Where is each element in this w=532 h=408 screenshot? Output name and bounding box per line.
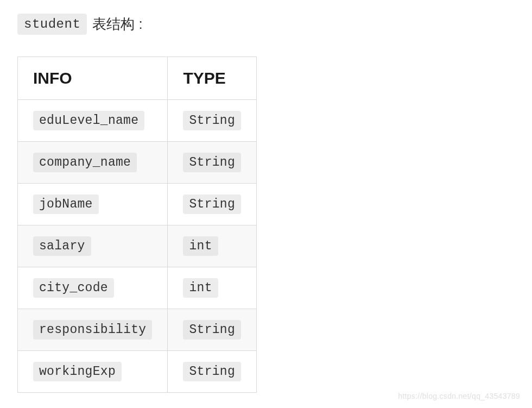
watermark: https://blog.csdn.net/qq_43543789	[398, 392, 520, 400]
cell-code: int	[183, 278, 218, 298]
cell-code: String	[183, 153, 241, 172]
title-code-tag: student	[17, 14, 87, 35]
table-row: city_code int	[18, 267, 257, 309]
cell-type: String	[168, 142, 257, 184]
cell-type: String	[168, 100, 257, 142]
cell-code: salary	[33, 236, 91, 256]
cell-code: jobName	[33, 194, 99, 214]
cell-code: city_code	[33, 278, 114, 298]
cell-code: company_name	[33, 153, 137, 172]
table-row: workingExp String	[18, 351, 257, 393]
table-row: company_name String	[18, 142, 257, 184]
cell-info: responsibility	[18, 309, 168, 351]
cell-code: String	[183, 194, 241, 214]
cell-info: company_name	[18, 142, 168, 184]
schema-table: INFO TYPE eduLevel_name String company_n…	[17, 57, 257, 393]
cell-code: int	[183, 236, 218, 256]
table-row: jobName String	[18, 184, 257, 225]
cell-type: String	[168, 184, 257, 225]
cell-code: String	[183, 320, 241, 340]
cell-info: salary	[18, 225, 168, 267]
cell-type: String	[168, 309, 257, 351]
table-row: responsibility String	[18, 309, 257, 351]
table-header-row: INFO TYPE	[18, 57, 257, 100]
cell-type: int	[168, 225, 257, 267]
cell-info: workingExp	[18, 351, 168, 393]
header-type: TYPE	[168, 57, 257, 100]
table-row: salary int	[18, 225, 257, 267]
table-row: eduLevel_name String	[18, 100, 257, 142]
cell-code: String	[183, 362, 241, 381]
cell-info: jobName	[18, 184, 168, 225]
cell-code: String	[183, 111, 241, 130]
cell-code: eduLevel_name	[33, 111, 144, 130]
header-info: INFO	[18, 57, 168, 100]
title-line: student 表结构 :	[17, 14, 515, 35]
cell-code: responsibility	[33, 320, 152, 340]
cell-info: city_code	[18, 267, 168, 309]
cell-code: workingExp	[33, 362, 122, 381]
cell-info: eduLevel_name	[18, 100, 168, 142]
cell-type: int	[168, 267, 257, 309]
title-suffix: 表结构 :	[92, 15, 142, 34]
cell-type: String	[168, 351, 257, 393]
